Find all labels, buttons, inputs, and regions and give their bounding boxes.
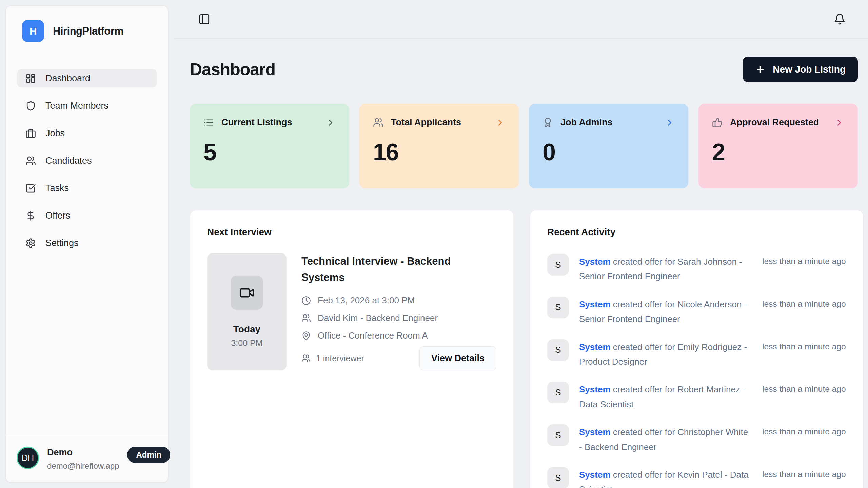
- stat-label: Job Admins: [560, 117, 613, 128]
- sidebar-nav: Dashboard Team Members Jobs Candidates T…: [17, 69, 157, 252]
- interviewer-count: 1 interviewer: [301, 353, 364, 363]
- sidebar-item-tasks[interactable]: Tasks: [17, 179, 157, 197]
- sidebar-item-jobs[interactable]: Jobs: [17, 124, 157, 142]
- sidebar-item-candidates[interactable]: Candidates: [17, 151, 157, 170]
- stat-label: Approval Requested: [730, 117, 819, 128]
- interview-footer: 1 interviewer View Details: [301, 346, 496, 370]
- sidebar-item-label: Tasks: [45, 183, 69, 194]
- user-email: demo@hireflow.app: [47, 461, 119, 471]
- activity-avatar: S: [547, 424, 569, 446]
- activity-avatar: S: [547, 467, 569, 488]
- new-job-listing-button[interactable]: New Job Listing: [743, 57, 858, 82]
- activity-avatar: S: [547, 254, 569, 276]
- interview-card: Today 3:00 PM Technical Interview - Back…: [207, 253, 496, 370]
- page-header: Dashboard New Job Listing: [190, 57, 858, 82]
- thumbs-up-icon: [712, 117, 723, 128]
- user-menu[interactable]: DH Demo demo@hireflow.app Admin: [6, 436, 168, 482]
- sidebar-item-label: Offers: [45, 210, 70, 221]
- stat-value: 2: [712, 139, 844, 166]
- activity-actor-link[interactable]: System: [579, 470, 611, 480]
- app-name: HiringPlatform: [53, 25, 123, 37]
- stat-cards: Current Listings 5 Total Applicants 16 J…: [190, 104, 858, 188]
- main-content: Dashboard New Job Listing Current Listin…: [190, 39, 858, 488]
- square-check-icon: [25, 183, 36, 194]
- users-icon: [301, 354, 311, 363]
- activity-message: System created offer for Christopher Whi…: [579, 424, 752, 454]
- activity-timestamp: less than a minute ago: [762, 382, 846, 394]
- dashboard-columns: Next Interview Today 3:00 PM Technical I…: [190, 210, 858, 488]
- activity-row: S System created offer for Robert Martin…: [547, 382, 846, 412]
- stat-card-approval-requested[interactable]: Approval Requested 2: [698, 104, 858, 188]
- sidebar-item-dashboard[interactable]: Dashboard: [17, 69, 157, 87]
- interview-datetime: Feb 13, 2026 at 3:00 PM: [318, 295, 415, 306]
- interviewer-count-label: 1 interviewer: [316, 353, 364, 363]
- activity-actor-link[interactable]: System: [579, 257, 611, 267]
- activity-message: System created offer for Sarah Johnson -…: [579, 254, 752, 284]
- dollar-icon: [25, 210, 36, 221]
- activity-timestamp: less than a minute ago: [762, 254, 846, 266]
- page-title: Dashboard: [190, 60, 275, 79]
- stat-card-header: Job Admins: [542, 117, 675, 128]
- notifications-button[interactable]: [834, 13, 846, 25]
- stat-card-current-listings[interactable]: Current Listings 5: [190, 104, 349, 188]
- recent-activity-panel: Recent Activity S System created offer f…: [530, 210, 863, 488]
- interview-date-box: Today 3:00 PM: [207, 253, 287, 370]
- sidebar-item-offers[interactable]: Offers: [17, 206, 157, 225]
- stat-value: 16: [373, 139, 505, 166]
- activity-avatar: S: [547, 339, 569, 361]
- sidebar-item-label: Candidates: [45, 156, 92, 166]
- users-icon: [301, 313, 311, 323]
- user-name: Demo: [47, 447, 119, 458]
- dashboard-icon: [25, 73, 36, 84]
- brand: H HiringPlatform: [17, 20, 157, 42]
- interview-candidate-row: David Kim - Backend Engineer: [301, 313, 496, 323]
- activity-actor-link[interactable]: System: [579, 427, 611, 437]
- avatar: DH: [17, 447, 39, 469]
- users-icon: [25, 156, 36, 166]
- recent-activity-title: Recent Activity: [547, 227, 846, 238]
- chevron-right-icon: [834, 118, 844, 128]
- activity-timestamp: less than a minute ago: [762, 424, 846, 436]
- clock-icon: [301, 296, 311, 305]
- activity-message: System created offer for Robert Martinez…: [579, 382, 752, 412]
- chevron-right-icon: [326, 118, 336, 128]
- activity-message: System created offer for Emily Rodriguez…: [579, 339, 752, 369]
- briefcase-icon: [25, 128, 36, 139]
- view-details-button[interactable]: View Details: [419, 346, 496, 370]
- interview-candidate: David Kim - Backend Engineer: [318, 313, 438, 323]
- bell-icon: [834, 13, 846, 25]
- interview-job-title: Technical Interview - Backend Systems: [301, 253, 468, 286]
- activity-avatar: S: [547, 382, 569, 403]
- stat-value: 5: [203, 139, 336, 166]
- interview-location-row: Office - Conference Room A: [301, 330, 496, 341]
- sidebar-item-label: Settings: [45, 238, 79, 248]
- sidebar-toggle-button[interactable]: [198, 13, 210, 25]
- app-logo: H: [22, 20, 44, 42]
- next-interview-panel: Next Interview Today 3:00 PM Technical I…: [190, 210, 514, 488]
- interview-location: Office - Conference Room A: [318, 330, 428, 341]
- stat-card-job-admins[interactable]: Job Admins 0: [529, 104, 688, 188]
- topbar: [174, 0, 868, 39]
- sidebar-item-team-members[interactable]: Team Members: [17, 97, 157, 115]
- sidebar-item-label: Dashboard: [45, 73, 90, 84]
- activity-avatar: S: [547, 297, 569, 318]
- interview-day: Today: [233, 324, 260, 335]
- activity-actor-link[interactable]: System: [579, 299, 611, 309]
- stat-card-total-applicants[interactable]: Total Applicants 16: [359, 104, 519, 188]
- activity-row: S System created offer for Kevin Patel -…: [547, 467, 846, 488]
- next-interview-title: Next Interview: [207, 227, 496, 238]
- stat-card-header: Current Listings: [203, 117, 336, 128]
- activity-list: S System created offer for Sarah Johnson…: [547, 254, 846, 488]
- activity-message: System created offer for Nicole Anderson…: [579, 297, 752, 327]
- activity-row: S System created offer for Nicole Anders…: [547, 297, 846, 327]
- activity-timestamp: less than a minute ago: [762, 339, 846, 351]
- sidebar-item-settings[interactable]: Settings: [17, 234, 157, 252]
- activity-actor-link[interactable]: System: [579, 384, 611, 394]
- sidebar-item-label: Team Members: [45, 101, 108, 111]
- users-icon: [373, 117, 383, 128]
- stat-label: Current Listings: [221, 117, 292, 128]
- stat-label: Total Applicants: [391, 117, 461, 128]
- activity-actor-link[interactable]: System: [579, 342, 611, 352]
- map-pin-icon: [301, 331, 311, 341]
- stat-card-header: Total Applicants: [373, 117, 505, 128]
